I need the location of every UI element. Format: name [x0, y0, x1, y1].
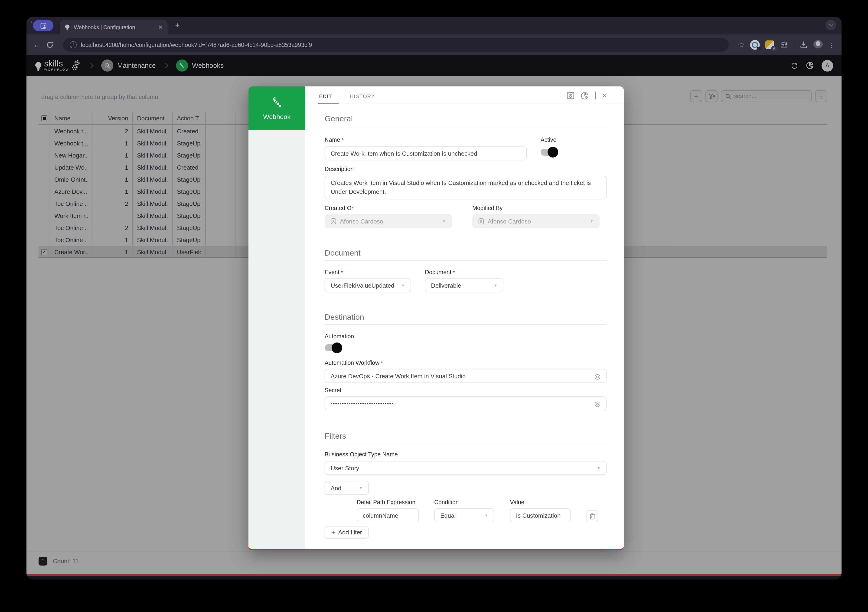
panel-header: EDIT HISTORY: [305, 87, 624, 104]
modified-by-select: Afonso Cardoso ▼: [472, 214, 600, 228]
automation-workflow-input[interactable]: Azure DevOps - Create Work Item in Visua…: [325, 369, 606, 383]
active-toggle[interactable]: [541, 148, 558, 157]
name-input[interactable]: Create Work Item when Is Customization i…: [325, 146, 527, 160]
add-filter-button[interactable]: + Add filter: [325, 526, 369, 539]
delete-filter-button[interactable]: [586, 510, 598, 522]
browser-window: Webhooks | Configuration ✕ + ← → i local…: [26, 17, 842, 579]
eye-icon[interactable]: ◎: [594, 400, 600, 407]
active-label: Active: [541, 137, 558, 143]
description-label: Description: [325, 166, 606, 172]
section-destination-heading: Destination: [325, 313, 606, 322]
chevron-down-icon: ▼: [590, 219, 594, 223]
value-label: Value: [510, 499, 571, 506]
automation-workflow-label: Automation Workflow: [325, 360, 606, 366]
filter-operator-select[interactable]: And ▼: [325, 481, 369, 495]
chevron-down-icon: ▼: [359, 486, 363, 490]
section-divider: [325, 260, 606, 261]
business-object-type-name-label: Business Object Type Name: [325, 451, 606, 458]
section-divider: [325, 127, 606, 127]
chevron-down-icon: ▼: [401, 283, 405, 287]
panel-sidebar-title: Webhook: [263, 113, 290, 120]
eye-icon[interactable]: ◎: [594, 373, 600, 379]
section-filters-heading: Filters: [325, 432, 606, 441]
chevron-down-icon: ▼: [597, 466, 600, 470]
section-document-heading: Document: [325, 249, 606, 258]
description-input[interactable]: Creates Work Item in Visual Studio when …: [325, 176, 606, 199]
secret-label: Secret: [325, 387, 606, 394]
panel-sidebar: Webhook: [248, 87, 305, 549]
person-badge-icon: [478, 218, 484, 224]
section-divider: [325, 325, 606, 325]
secret-input[interactable]: •••••••••••••••••••••••••••• ◎: [325, 396, 606, 410]
condition-select[interactable]: Equal ▼: [434, 508, 494, 522]
condition-label: Condition: [434, 499, 494, 506]
panel-header-divider: [595, 92, 596, 99]
person-badge-icon: [331, 218, 336, 224]
created-on-select: Afonso Cardoso ▼: [325, 214, 452, 228]
webhook-icon: [271, 96, 283, 109]
tab-history[interactable]: HISTORY: [349, 93, 376, 104]
save-icon[interactable]: [567, 92, 575, 99]
filter-value-input[interactable]: Is Customization: [510, 508, 571, 522]
tab-edit[interactable]: EDIT: [318, 93, 333, 104]
event-select[interactable]: UserFieldValueUpdated ▼: [325, 278, 411, 292]
document-select[interactable]: Deliverable ▼: [425, 278, 504, 292]
plus-icon: +: [332, 528, 336, 536]
trash-icon: [589, 513, 595, 520]
name-label: Name: [325, 137, 527, 143]
event-label: Event: [325, 269, 411, 276]
report-pie-icon[interactable]: [581, 91, 589, 100]
section-divider: [325, 443, 606, 443]
browser-toolbar: ← → i localhost:4200/home/configuration/…: [26, 34, 842, 55]
business-object-type-select[interactable]: User Story ▼: [325, 461, 606, 475]
close-panel-icon[interactable]: ×: [602, 91, 607, 100]
panel-sidebar-webhook-tile[interactable]: Webhook: [248, 87, 305, 130]
page-content: drag a column here to group by that colu…: [26, 76, 842, 576]
automation-label: Automation: [325, 333, 606, 340]
automation-toggle[interactable]: [325, 343, 342, 352]
section-general-heading: General: [325, 114, 606, 124]
webhook-edit-panel: Webhook EDIT HISTORY: [248, 87, 624, 550]
detail-path-expression-label: Detail Path Expression: [356, 499, 419, 506]
modified-by-label: Modified By: [472, 205, 600, 211]
chevron-down-icon: ▼: [484, 513, 488, 517]
detail-path-expression-input[interactable]: columnName: [356, 508, 419, 522]
chevron-down-icon: ▼: [442, 219, 446, 223]
created-on-label: Created On: [325, 205, 452, 211]
document-label: Document: [425, 269, 504, 276]
chevron-down-icon: ▼: [494, 283, 498, 287]
